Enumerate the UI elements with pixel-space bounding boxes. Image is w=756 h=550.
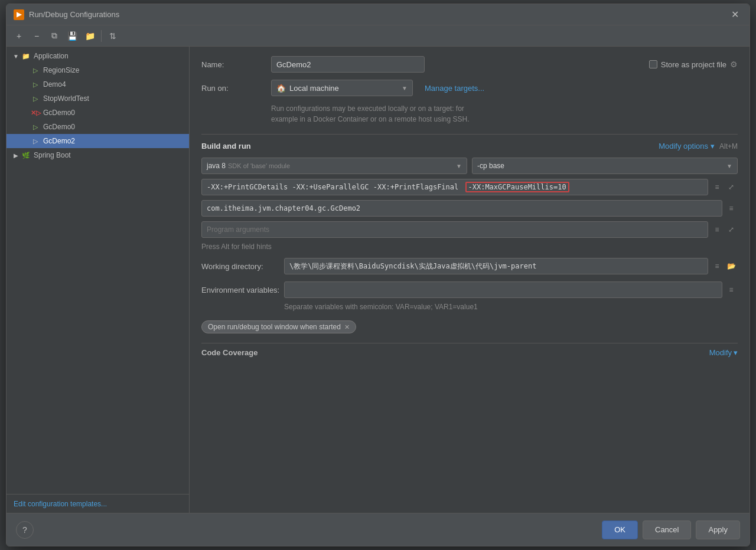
env-vars-label: Environment variables: xyxy=(201,286,284,294)
run-on-label: Run on: xyxy=(201,84,266,93)
toolbar-divider xyxy=(101,30,102,42)
env-hint: Separate variables with semicolon: VAR=v… xyxy=(284,303,738,311)
store-as-project-checkbox[interactable] xyxy=(649,60,657,68)
classpath-arrow: ▼ xyxy=(726,163,732,169)
tree-item-stopworldtest[interactable]: ▷ StopWorldTest xyxy=(6,91,189,106)
tree-group-springboot[interactable]: ▶ 🌿 Spring Boot xyxy=(6,148,189,162)
left-panel-footer: Edit configuration templates... xyxy=(6,494,189,513)
code-coverage-row: Code Coverage Modify ▾ xyxy=(201,343,738,357)
vm-options-highlighted: -XX:MaxGCPauseMillis=10 xyxy=(465,182,569,192)
vm-options-actions: ≡ ⤢ xyxy=(711,181,738,194)
config-icon-gcdemo0: ▷ xyxy=(30,123,41,131)
working-dir-browse-button[interactable]: 📂 xyxy=(725,260,738,273)
expand-arrow-application: ▼ xyxy=(11,53,21,60)
store-gear-icon[interactable]: ⚙ xyxy=(730,60,738,69)
main-class-input[interactable] xyxy=(201,200,722,217)
section-divider xyxy=(201,134,738,135)
right-panel: Name: Store as project file ⚙ Run on: 🏠 … xyxy=(190,47,750,513)
tree-group-application[interactable]: ▼ 📁 Application xyxy=(6,49,189,63)
vm-options-display[interactable]: -XX:+PrintGCDetails -XX:+UseParallelGC -… xyxy=(201,179,708,195)
dialog-footer: ? OK Cancel Apply xyxy=(6,513,750,546)
program-args-input[interactable] xyxy=(201,221,708,238)
sdk-name: java 8 xyxy=(207,162,226,170)
ok-button[interactable]: OK xyxy=(602,520,638,539)
vm-options-expand-button[interactable]: ⤢ xyxy=(725,181,738,194)
edit-templates-link[interactable]: Edit configuration templates... xyxy=(14,500,107,508)
config-form: Name: Store as project file ⚙ Run on: 🏠 … xyxy=(190,47,750,513)
cancel-button[interactable]: Cancel xyxy=(643,520,691,539)
config-icon-gcdemo0-error: ✕▷ xyxy=(30,109,41,117)
name-right: Store as project file ⚙ xyxy=(649,60,738,69)
save-icon: 💾 xyxy=(67,31,77,41)
press-alt-hint: Press Alt for field hints xyxy=(201,243,738,251)
sdk-desc: SDK of 'base' module xyxy=(228,162,290,169)
vm-options-row: -XX:+PrintGCDetails -XX:+UseParallelGC -… xyxy=(201,179,738,195)
copy-icon: ⧉ xyxy=(51,31,57,41)
working-dir-row: Working directory: ≡ 📂 xyxy=(201,258,738,274)
remove-config-button[interactable]: − xyxy=(29,28,44,44)
tree-item-demo4[interactable]: ▷ Demo4 xyxy=(6,77,189,91)
tag-close-icon[interactable]: ✕ xyxy=(344,323,350,331)
env-vars-actions: ≡ xyxy=(725,283,738,296)
folder-icon: 📁 xyxy=(85,31,95,41)
main-class-row: ≡ xyxy=(201,200,738,217)
name-row: Name: Store as project file ⚙ xyxy=(201,56,738,73)
save-config-button[interactable]: 💾 xyxy=(64,28,80,44)
help-button[interactable]: ? xyxy=(16,521,34,539)
config-icon-regionsize: ▷ xyxy=(30,66,41,74)
minus-icon: − xyxy=(34,31,39,41)
config-icon-demo4: ▷ xyxy=(30,80,41,89)
apply-button[interactable]: Apply xyxy=(696,520,740,539)
env-vars-edit-button[interactable]: ≡ xyxy=(725,283,738,296)
folder-button[interactable]: 📁 xyxy=(82,28,97,44)
name-left: Name: xyxy=(201,56,640,73)
tree-item-gcdemo2[interactable]: ▷ GcDemo2 xyxy=(6,134,189,148)
name-label: Name: xyxy=(201,60,266,69)
main-class-edit-button[interactable]: ≡ xyxy=(725,202,738,215)
content-area: ▼ 📁 Application ▷ RegionSize ▷ Demo4 xyxy=(6,47,750,513)
program-args-actions: ≡ ⤢ xyxy=(711,223,738,236)
classpath-dropdown[interactable]: -cp base ▼ xyxy=(472,158,738,174)
modify-dropdown-button[interactable]: Modify ▾ xyxy=(709,348,738,357)
tree-item-gcdemo0-error[interactable]: ✕▷ GcDemo0 xyxy=(6,106,189,120)
tree-item-regionsize[interactable]: ▷ RegionSize xyxy=(6,63,189,77)
dialog-icon: ▶ xyxy=(14,9,24,20)
program-args-row: ≡ ⤢ xyxy=(201,221,738,238)
working-dir-actions: ≡ 📂 xyxy=(711,260,738,273)
tree-item-gcdemo0[interactable]: ▷ GcDemo0 xyxy=(6,120,189,134)
spring-boot-icon: 🌿 xyxy=(21,151,31,159)
sdk-dropdown[interactable]: java 8 SDK of 'base' module ▼ xyxy=(201,158,467,174)
left-panel: ▼ 📁 Application ▷ RegionSize ▷ Demo4 xyxy=(6,47,190,513)
working-dir-edit-button[interactable]: ≡ xyxy=(711,260,724,273)
run-debug-configurations-dialog: ▶ Run/Debug Configurations ✕ + − ⧉ 💾 📁 ⇅ xyxy=(6,4,750,546)
working-dir-label: Working directory: xyxy=(201,262,284,271)
add-config-button[interactable]: + xyxy=(11,28,27,44)
manage-targets-link[interactable]: Manage targets... xyxy=(425,84,484,93)
modify-options-area: Modify options ▾ Alt+M xyxy=(659,142,738,150)
sort-button[interactable]: ⇅ xyxy=(105,28,120,44)
vm-options-edit-button[interactable]: ≡ xyxy=(711,181,724,194)
program-args-edit-button[interactable]: ≡ xyxy=(711,223,724,236)
config-tree[interactable]: ▼ 📁 Application ▷ RegionSize ▷ Demo4 xyxy=(6,47,189,494)
main-class-actions: ≡ xyxy=(725,202,738,215)
add-icon: + xyxy=(17,31,21,41)
copy-config-button[interactable]: ⧉ xyxy=(47,28,62,44)
sdk-classpath-row: java 8 SDK of 'base' module ▼ -cp base ▼ xyxy=(201,158,738,174)
close-button[interactable]: ✕ xyxy=(728,8,742,21)
build-and-run-header: Build and run Modify options ▾ Alt+M xyxy=(201,142,738,150)
application-folder-icon: 📁 xyxy=(21,52,31,60)
open-tool-window-tag: Open run/debug tool window when started … xyxy=(201,320,356,333)
vm-options-text: -XX:+PrintGCDetails -XX:+UseParallelGC -… xyxy=(207,183,458,191)
springboot-group-label: Spring Boot xyxy=(34,151,71,159)
dropdown-arrow: ▼ xyxy=(402,85,408,91)
env-vars-input[interactable] xyxy=(284,281,722,298)
config-icon-stopworldtest: ▷ xyxy=(30,94,41,103)
name-input[interactable] xyxy=(271,56,425,73)
run-on-row: Run on: 🏠 Local machine ▼ Manage targets… xyxy=(201,80,738,96)
store-as-project-label: Store as project file xyxy=(661,60,726,69)
working-dir-input[interactable] xyxy=(284,258,708,274)
home-icon: 🏠 xyxy=(276,84,286,93)
modify-options-button[interactable]: Modify options ▾ xyxy=(659,142,715,150)
program-args-expand-button[interactable]: ⤢ xyxy=(725,223,738,236)
run-on-dropdown[interactable]: 🏠 Local machine ▼ xyxy=(271,80,413,96)
